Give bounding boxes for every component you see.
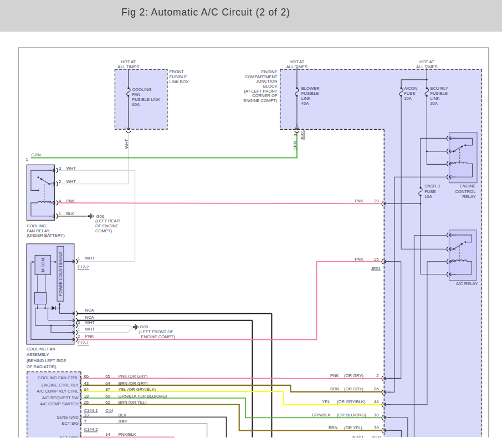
svg-text:LINK BOX: LINK BOX (170, 79, 189, 84)
svg-text:A/C REQUEST SW: A/C REQUEST SW (42, 395, 79, 400)
svg-text:(OR BLU/ORG): (OR BLU/ORG) (337, 413, 366, 418)
svg-text:COMPT): COMPT) (95, 228, 112, 233)
svg-text:FAN: FAN (132, 92, 141, 97)
svg-text:ALL TIMES: ALL TIMES (118, 64, 139, 69)
svg-text:JE01: JE01 (300, 130, 305, 140)
svg-text:BRN: BRN (330, 386, 339, 391)
svg-text:FUSE: FUSE (424, 189, 436, 194)
svg-text:C144-2: C144-2 (84, 427, 98, 432)
svg-text:A/C RELAY: A/C RELAY (456, 281, 478, 286)
svg-text:ASSEMBLY: ASSEMBLY (27, 352, 49, 357)
svg-text:2: 2 (78, 334, 80, 339)
svg-text:E12-2: E12-2 (78, 264, 89, 269)
svg-text:G06: G06 (96, 214, 104, 219)
svg-text:(LEFT REAR: (LEFT REAR (95, 218, 120, 223)
svg-text:2: 2 (376, 373, 378, 378)
svg-text:29: 29 (374, 198, 378, 203)
svg-text:40A: 40A (301, 101, 309, 106)
svg-text:ENGINE: ENGINE (261, 69, 277, 74)
svg-text:10A: 10A (404, 96, 412, 101)
svg-text:JE01: JE01 (371, 266, 380, 271)
svg-text:PNK: PNK (330, 373, 339, 378)
svg-text:LINK: LINK (301, 96, 311, 101)
svg-text:ENGINE COMPT): ENGINE COMPT) (141, 334, 176, 339)
svg-text:ECU RLY: ECU RLY (430, 86, 448, 91)
svg-text:COOLING FAN: COOLING FAN (27, 347, 55, 352)
svg-text:(UNDER BATTERY): (UNDER BATTERY) (27, 233, 65, 238)
svg-text:SNSR 3: SNSR 3 (424, 184, 439, 189)
svg-text:PNK/BLK: PNK/BLK (119, 432, 136, 437)
svg-text:1: 1 (78, 327, 80, 332)
svg-text:COOLING: COOLING (27, 223, 46, 228)
svg-text:1: 1 (78, 256, 80, 261)
svg-text:CONTROL: CONTROL (455, 189, 475, 194)
svg-text:44: 44 (374, 399, 378, 404)
svg-text:NCA: NCA (85, 315, 95, 320)
svg-text:C44: C44 (105, 408, 113, 413)
svg-text:LINK: LINK (430, 96, 439, 101)
svg-text:86: 86 (374, 386, 378, 391)
svg-text:ECT SIG: ECT SIG (62, 421, 79, 426)
svg-text:14: 14 (105, 432, 110, 437)
svg-text:(OR GRY): (OR GRY) (344, 373, 363, 378)
svg-text:1: 1 (26, 157, 28, 162)
svg-text:3: 3 (59, 166, 61, 171)
svg-text:(OR YEL): (OR YEL) (344, 425, 362, 430)
svg-text:10: 10 (374, 413, 378, 418)
svg-text:OF RADIATOR): OF RADIATOR) (27, 364, 57, 369)
svg-text:A/C COMP RLY CTRL: A/C COMP RLY CTRL (37, 389, 79, 394)
svg-text:GRN: GRN (293, 141, 298, 151)
svg-text:WHT: WHT (66, 179, 76, 184)
svg-text:COOLING FAN CTRL: COOLING FAN CTRL (38, 375, 79, 380)
svg-text:39: 39 (374, 425, 378, 430)
svg-text:E12-1: E12-1 (78, 340, 89, 345)
svg-text:ENGINE CTRL RLY: ENGINE CTRL RLY (42, 383, 79, 388)
svg-text:SENS GND: SENS GND (57, 415, 79, 420)
svg-text:2: 2 (59, 179, 61, 184)
svg-text:PNK: PNK (355, 257, 363, 262)
svg-text:PNK: PNK (85, 334, 94, 339)
svg-text:POWER CONDITIONING: POWER CONDITIONING (59, 252, 63, 296)
svg-text:COOLING: COOLING (132, 87, 152, 92)
svg-text:OF ENGINE: OF ENGINE (95, 223, 119, 228)
svg-text:NCA: NCA (85, 308, 95, 313)
svg-text:WHT: WHT (85, 327, 95, 332)
svg-text:(OR GRY/BLK): (OR GRY/BLK) (337, 399, 366, 404)
svg-text:FUSIBLE: FUSIBLE (430, 91, 448, 96)
svg-text:10A: 10A (424, 194, 432, 199)
svg-text:MICOM: MICOM (40, 258, 45, 272)
svg-text:FUSIBLE: FUSIBLE (170, 74, 187, 79)
svg-text:WHT: WHT (85, 256, 95, 261)
svg-text:3: 3 (293, 134, 298, 136)
svg-text:WHT: WHT (66, 166, 76, 171)
svg-text:(OR GRY): (OR GRY) (344, 386, 363, 391)
svg-text:60A: 60A (132, 102, 140, 107)
svg-text:FRONT: FRONT (170, 69, 185, 74)
svg-text:30A: 30A (430, 101, 438, 106)
svg-text:FUSE: FUSE (404, 91, 415, 96)
svg-text:(BEHIND LEFT SIDE: (BEHIND LEFT SIDE (27, 358, 66, 363)
svg-text:BRN: BRN (329, 425, 337, 430)
svg-text:YEL: YEL (322, 399, 330, 404)
svg-text:GRN/BLK: GRN/BLK (312, 413, 330, 418)
svg-text:(AT LEFT FRONT: (AT LEFT FRONT (244, 89, 278, 94)
svg-text:FUSIBLE LINK: FUSIBLE LINK (132, 97, 161, 102)
svg-text:A/C COMP SWITCH: A/C COMP SWITCH (40, 401, 78, 406)
svg-text:JUNCTION: JUNCTION (256, 79, 277, 84)
svg-text:WHT: WHT (124, 139, 129, 149)
svg-text:ENGINE COMPT): ENGINE COMPT) (243, 98, 278, 103)
svg-text:ENGINE: ENGINE (459, 184, 475, 189)
svg-text:A/CON: A/CON (404, 86, 417, 91)
svg-text:GRN: GRN (32, 152, 41, 157)
svg-text:FUSIBLE: FUSIBLE (301, 91, 319, 96)
svg-text:25: 25 (374, 257, 378, 262)
svg-text:PNK: PNK (355, 198, 363, 203)
svg-text:BLOWER: BLOWER (301, 86, 320, 91)
svg-text:RELAY: RELAY (462, 194, 475, 199)
svg-text:FAN RELAY: FAN RELAY (27, 228, 49, 233)
